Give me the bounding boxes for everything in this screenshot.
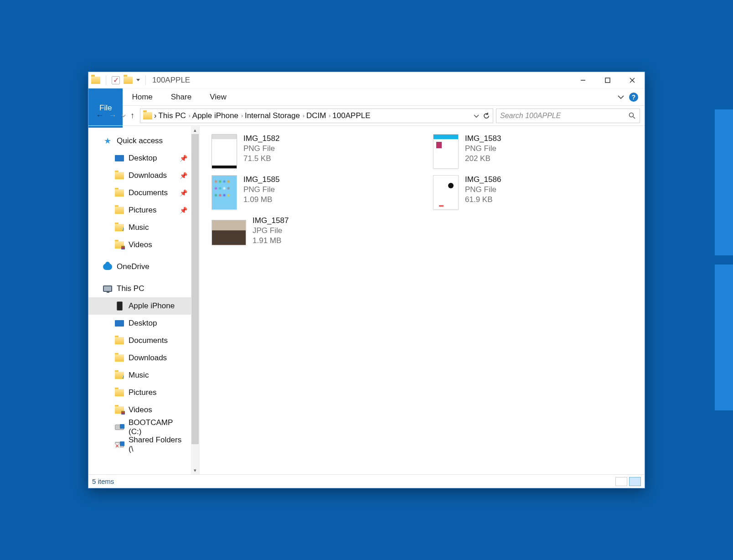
- nav-pc-desktop[interactable]: Desktop: [88, 315, 199, 332]
- file-size: 71.5 KB: [243, 154, 279, 163]
- file-item[interactable]: IMG_1582 PNG File 71.5 KB: [210, 132, 413, 171]
- folder-icon: [115, 206, 124, 214]
- view-details-button[interactable]: [615, 477, 627, 486]
- search-box[interactable]: [496, 109, 640, 123]
- file-size: 1.91 MB: [253, 236, 289, 245]
- address-bar[interactable]: › This PC› Apple iPhone› Internal Storag…: [140, 109, 493, 123]
- folder-icon: [115, 189, 124, 197]
- pin-icon: 📌: [180, 207, 187, 214]
- file-type: PNG File: [243, 144, 279, 153]
- crumb-this-pc[interactable]: This PC: [158, 111, 186, 120]
- search-icon[interactable]: [629, 112, 636, 119]
- svg-rect-1: [605, 78, 610, 83]
- new-folder-icon[interactable]: [124, 76, 133, 84]
- nav-quick-access-label: Quick access: [117, 136, 163, 145]
- close-button[interactable]: [620, 72, 645, 88]
- file-item[interactable]: IMG_1587 JPG File 1.91 MB: [210, 214, 413, 254]
- forward-button[interactable]: →: [108, 111, 117, 120]
- folder-icon: [115, 423, 124, 431]
- nav-pc-shared-folders-[interactable]: Shared Folders (\: [88, 436, 199, 453]
- window-title: 100APPLE: [152, 76, 190, 85]
- folder-icon: [115, 389, 124, 397]
- pin-icon: 📌: [180, 172, 187, 179]
- file-size: 1.09 MB: [243, 195, 279, 204]
- folder-icon: [115, 171, 124, 180]
- nav-pc-apple-iphone[interactable]: Apple iPhone: [88, 297, 199, 315]
- nav-pc-pictures[interactable]: Pictures: [88, 384, 199, 401]
- crumb-internal-storage[interactable]: Internal Storage: [245, 111, 300, 120]
- folder-icon: [115, 371, 124, 379]
- nav-qa-videos[interactable]: Videos: [88, 236, 199, 254]
- folder-icon: [115, 223, 124, 232]
- file-thumbnail: [212, 134, 237, 169]
- nav-item-label: Desktop: [129, 319, 157, 328]
- file-name: IMG_1586: [465, 175, 501, 184]
- nav-item-label: Music: [129, 223, 149, 232]
- folder-icon: [115, 441, 124, 449]
- navigation-pane: ▴ ▾ ★ Quick access Desktop 📌 Downloads 📌…: [88, 126, 200, 474]
- crumb-dcim[interactable]: DCIM: [306, 111, 326, 120]
- nav-qa-pictures[interactable]: Pictures 📌: [88, 202, 199, 219]
- up-button[interactable]: ↑: [130, 111, 134, 120]
- file-size: 202 KB: [465, 154, 501, 163]
- scroll-thumb[interactable]: [191, 134, 199, 444]
- chevron-right-icon[interactable]: ›: [154, 112, 156, 120]
- nav-this-pc[interactable]: This PC: [88, 280, 199, 297]
- tab-share[interactable]: Share: [162, 88, 201, 105]
- scroll-down-icon[interactable]: ▾: [191, 466, 199, 474]
- nav-quick-access[interactable]: ★ Quick access: [88, 132, 199, 150]
- nav-pc-documents[interactable]: Documents: [88, 332, 199, 349]
- nav-pc-bootcamp-c-[interactable]: BOOTCAMP (C:): [88, 419, 199, 436]
- explorer-window: ✓ 100APPLE File Home Share View ? ← → ↑: [88, 72, 645, 488]
- back-button[interactable]: ←: [96, 111, 104, 120]
- maximize-button[interactable]: [595, 72, 620, 88]
- nav-this-pc-label: This PC: [117, 284, 144, 293]
- nav-item-label: Pictures: [129, 206, 156, 215]
- minimize-button[interactable]: [571, 72, 595, 88]
- crumb-100apple[interactable]: 100APPLE: [332, 111, 370, 120]
- file-content-area[interactable]: IMG_1582 PNG File 71.5 KB IMG_1583 PNG F…: [200, 126, 645, 474]
- chevron-right-icon[interactable]: ›: [303, 113, 305, 119]
- qat-dropdown-icon[interactable]: [136, 79, 140, 81]
- file-item[interactable]: IMG_1585 PNG File 1.09 MB: [210, 173, 413, 213]
- properties-icon[interactable]: ✓: [112, 76, 120, 84]
- nav-item-label: Downloads: [129, 171, 167, 180]
- file-thumbnail: [212, 220, 246, 245]
- folder-icon: [115, 319, 124, 327]
- nav-pc-videos[interactable]: Videos: [88, 401, 199, 419]
- nav-onedrive[interactable]: OneDrive: [88, 258, 199, 275]
- tab-view[interactable]: View: [201, 88, 236, 105]
- chevron-right-icon[interactable]: ›: [189, 113, 191, 119]
- chevron-right-icon[interactable]: ›: [329, 113, 330, 119]
- nav-pc-music[interactable]: Music: [88, 367, 199, 384]
- view-thumbnails-button[interactable]: [629, 477, 641, 486]
- nav-item-label: Downloads: [129, 353, 167, 363]
- file-thumbnail: [433, 134, 459, 169]
- nav-qa-documents[interactable]: Documents 📌: [88, 184, 199, 202]
- ribbon-expand-icon[interactable]: [617, 93, 625, 101]
- address-folder-icon: [143, 112, 152, 120]
- recent-locations-dropdown[interactable]: [121, 111, 126, 120]
- folder-icon: [115, 337, 124, 345]
- file-thumbnail: [433, 175, 459, 210]
- file-item[interactable]: IMG_1583 PNG File 202 KB: [431, 132, 635, 171]
- nav-item-label: Documents: [129, 336, 168, 345]
- nav-item-label: Pictures: [129, 388, 156, 397]
- nav-pc-downloads[interactable]: Downloads: [88, 349, 199, 367]
- crumb-apple-iphone[interactable]: Apple iPhone: [192, 111, 238, 120]
- address-dropdown-icon[interactable]: [474, 113, 479, 119]
- nav-qa-desktop[interactable]: Desktop 📌: [88, 150, 199, 167]
- folder-icon: [115, 241, 124, 249]
- refresh-icon[interactable]: [483, 112, 490, 119]
- search-input[interactable]: [500, 112, 629, 120]
- help-icon[interactable]: ?: [629, 93, 638, 102]
- chevron-right-icon[interactable]: ›: [241, 113, 243, 119]
- nav-qa-downloads[interactable]: Downloads 📌: [88, 167, 199, 184]
- tab-home[interactable]: Home: [123, 88, 161, 105]
- nav-qa-music[interactable]: Music: [88, 219, 199, 236]
- svg-line-5: [633, 117, 635, 119]
- file-item[interactable]: IMG_1586 PNG File 61.9 KB: [431, 173, 635, 213]
- nav-item-label: Shared Folders (\: [129, 436, 187, 454]
- title-bar: ✓ 100APPLE: [88, 72, 645, 88]
- scroll-up-icon[interactable]: ▴: [191, 126, 199, 134]
